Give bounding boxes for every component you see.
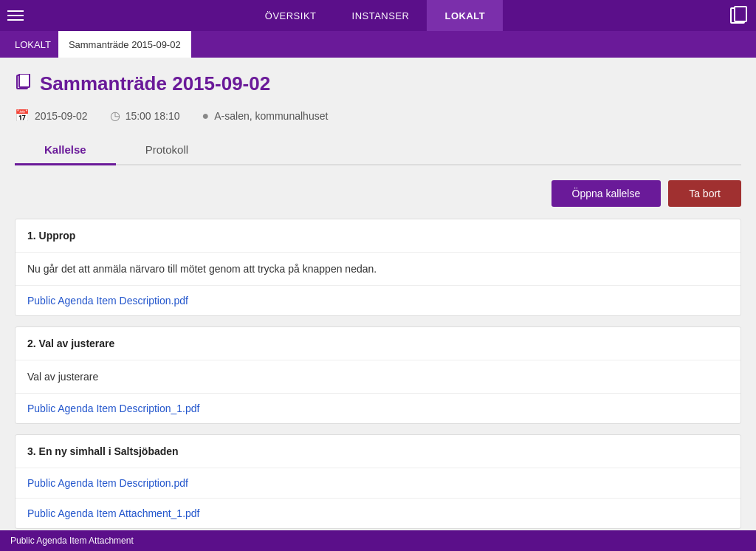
agenda-item-2: 2. Val av justerare Val av justerare Pub… <box>15 326 741 424</box>
tab-lokalt[interactable]: LOKALT <box>427 0 503 31</box>
hamburger-icon[interactable] <box>7 10 24 21</box>
tab-instanser[interactable]: INSTANSER <box>334 0 427 31</box>
location-icon: ● <box>202 109 210 123</box>
tab-bar: Kallelse Protokoll <box>15 136 741 165</box>
tab-oversikt[interactable]: ÖVERSIKT <box>247 0 334 31</box>
page-title-area: Sammanträde 2015-09-02 <box>15 72 741 95</box>
date-item: 📅 2015-09-02 <box>15 109 88 123</box>
calendar-icon: 📅 <box>15 109 30 123</box>
breadcrumb: LOKALT Sammanträde 2015-09-02 <box>0 31 756 58</box>
copy-icon <box>730 7 745 24</box>
location-value: A-salen, kommunalhuset <box>214 110 328 122</box>
agenda-item-1: 1. Upprop Nu går det att anmäla närvaro … <box>15 219 741 316</box>
agenda-item-2-title: 2. Val av justerare <box>16 327 740 360</box>
agenda-item-1-link-1[interactable]: Public Agenda Item Description.pdf <box>16 286 740 315</box>
header-right <box>726 7 749 24</box>
open-kallelse-button[interactable]: Öppna kallelse <box>551 180 662 207</box>
document-icon <box>15 74 32 95</box>
delete-button[interactable]: Ta bort <box>668 180 741 207</box>
agenda-item-3-title: 3. En ny simhall i Saltsjöbaden <box>16 435 740 468</box>
agenda-item-1-title: 1. Upprop <box>16 219 740 253</box>
action-buttons: Öppna kallelse Ta bort <box>15 180 741 207</box>
header: ÖVERSIKT INSTANSER LOKALT <box>0 0 756 31</box>
bottom-bar: Public Agenda Item Attachment <box>0 530 756 551</box>
main-content: Sammanträde 2015-09-02 📅 2015-09-02 ◷ 15… <box>0 58 756 529</box>
page-title: Sammanträde 2015-09-02 <box>40 72 270 95</box>
nav-tabs: ÖVERSIKT INSTANSER LOKALT <box>247 0 503 31</box>
tab-protokoll[interactable]: Protokoll <box>116 136 218 165</box>
tab-kallelse[interactable]: Kallelse <box>15 136 116 165</box>
location-item: ● A-salen, kommunalhuset <box>202 109 329 123</box>
agenda-item-2-link-1[interactable]: Public Agenda Item Description_1.pdf <box>16 394 740 423</box>
agenda-item-3-link-2[interactable]: Public Agenda Item Attachment_1.pdf <box>16 499 740 528</box>
meta-info: 📅 2015-09-02 ◷ 15:00 18:10 ● A-salen, ko… <box>15 109 741 123</box>
bottom-bar-text: Public Agenda Item Attachment <box>10 535 134 546</box>
agenda-item-1-desc: Nu går det att anmäla närvaro till mötet… <box>16 253 740 286</box>
breadcrumb-item-lokalt[interactable]: LOKALT <box>7 39 58 50</box>
breadcrumb-item-sammantrde[interactable]: Sammanträde 2015-09-02 <box>58 31 191 58</box>
time-item: ◷ 15:00 18:10 <box>110 109 180 123</box>
agenda-item-3: 3. En ny simhall i Saltsjöbaden Public A… <box>15 434 741 529</box>
agenda-item-3-link-1[interactable]: Public Agenda Item Description.pdf <box>16 468 740 499</box>
clock-icon: ◷ <box>110 109 120 123</box>
agenda-item-2-desc: Val av justerare <box>16 360 740 394</box>
svg-rect-1 <box>19 74 30 87</box>
date-value: 2015-09-02 <box>35 110 88 122</box>
time-value: 15:00 18:10 <box>126 110 180 122</box>
